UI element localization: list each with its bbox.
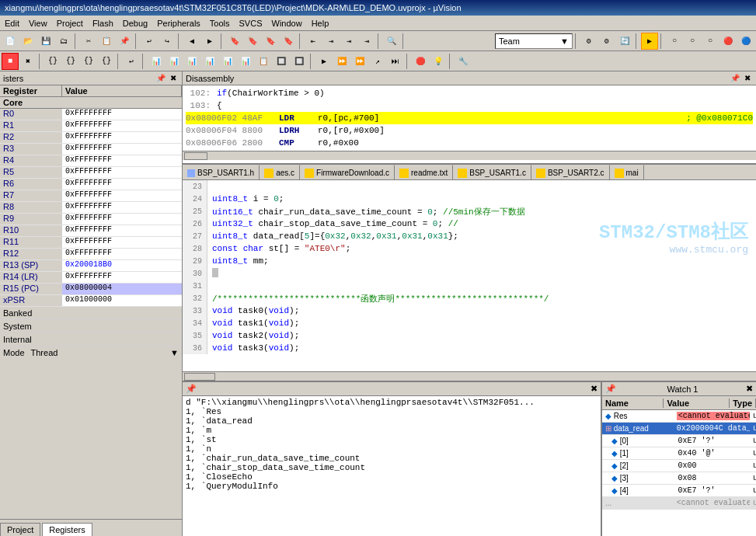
reg-row-r2[interactable]: R20xFFFFFFFF (0, 132, 182, 144)
tb-build2[interactable]: ⚙ (598, 33, 615, 50)
tb2-d8[interactable]: 🔲 (273, 53, 290, 70)
tb-misc5[interactable]: 🔵 (737, 33, 754, 50)
reg-row-xpsr[interactable]: xPSR0x01000000 (0, 295, 182, 307)
tb-new[interactable]: 📄 (2, 33, 19, 50)
tb-back[interactable]: ◀ (183, 33, 200, 50)
tb2-d3[interactable]: 📊 (183, 53, 200, 70)
menu-edit[interactable]: Edit (0, 17, 24, 30)
disasm-close[interactable]: ✖ (742, 73, 753, 84)
tb2-step5[interactable]: ⏭ (387, 53, 404, 70)
tb-undo[interactable]: ↩ (141, 33, 158, 50)
tab-aes-c[interactable]: aes.c (260, 165, 300, 180)
tb2-b3[interactable]: {} (80, 53, 97, 70)
tb-bookmark2[interactable]: 🔖 (244, 33, 261, 50)
reg-row-r9[interactable]: R90xFFFFFFFF (0, 214, 182, 225)
tb2-step4[interactable]: ↗ (369, 53, 386, 70)
tb2-d9[interactable]: 🔲 (291, 53, 308, 70)
tb-bookmark1[interactable]: 🔖 (226, 33, 243, 50)
watch-row-res[interactable]: ◆ Res <cannot evaluate> uchar (602, 410, 756, 423)
tb2-d4[interactable]: 📊 (201, 53, 218, 70)
menu-view[interactable]: View (24, 17, 52, 30)
tb-build1[interactable]: ⚙ (580, 33, 597, 50)
disasm-line-addr2[interactable]: 0x08006F04 8800 LDRH r0,[r0,#0x00] (186, 124, 753, 137)
menu-svcs[interactable]: SVCS (235, 17, 267, 30)
reg-panel-close[interactable]: ✖ (168, 73, 179, 84)
tb-open[interactable]: 📂 (19, 33, 37, 50)
tb2-step1[interactable]: ▶ (315, 53, 333, 70)
reg-row-r7[interactable]: R70xFFFFFFFF (0, 190, 182, 202)
tb-run[interactable]: ▶ (641, 33, 658, 50)
tb2-b2[interactable]: {} (62, 53, 79, 70)
tb-misc4[interactable]: 🔴 (719, 33, 737, 50)
reg-row-r5[interactable]: R50xFFFFFFFF (0, 167, 182, 179)
reg-row-r3[interactable]: R30xFFFFFFFF (0, 144, 182, 155)
reg-row-r6[interactable]: R60xFFFFFFFF (0, 179, 182, 190)
tb2-d2[interactable]: 📊 (165, 53, 183, 70)
tb2-dbg2[interactable]: 💡 (430, 53, 447, 70)
watch-row-idx4[interactable]: ◆ [4] 0xE7 '?' unsigned char (602, 485, 756, 497)
watch-close[interactable]: ✖ (746, 384, 753, 394)
editor-hscroll-thumb[interactable] (184, 373, 215, 381)
mode-dropdown[interactable]: ▼ (170, 348, 179, 357)
tb-indent2[interactable]: ⇥ (322, 33, 340, 50)
reg-row-r12[interactable]: R120xFFFFFFFF (0, 249, 182, 260)
tb2-d6[interactable]: 📊 (237, 53, 254, 70)
watch-row-data-read[interactable]: ⊞ data_read 0x2000004C data_read... unsi… (602, 423, 756, 435)
tab-registers[interactable]: Registers (42, 523, 92, 536)
tb2-dbg1[interactable]: 🛑 (412, 53, 429, 70)
tab-project[interactable]: Project (0, 523, 40, 536)
disasm-line-addr1[interactable]: 0x08006F02 48AF LDR r0,[pc,#700] ; @0x08… (186, 112, 753, 124)
command-panel-close[interactable]: ✖ (591, 384, 597, 394)
tb-bookmark4[interactable]: 🔖 (280, 33, 297, 50)
disasm-pin[interactable]: 📌 (730, 73, 740, 84)
tb2-step3[interactable]: ⏩ (351, 53, 368, 70)
tab-bsp-usart1-c[interactable]: BSP_USART1.c (453, 165, 531, 180)
tb2-d5[interactable]: 📊 (219, 53, 236, 70)
menu-project[interactable]: Project (52, 17, 88, 30)
tb-cut[interactable]: ✂ (80, 33, 97, 50)
watch-row-idx0[interactable]: ◆ [0] 0xE7 '?' unsigned char (602, 435, 756, 447)
tb2-wrench[interactable]: 🔧 (455, 53, 472, 70)
tb-bookmark3[interactable]: 🔖 (262, 33, 279, 50)
watch-row-idx2[interactable]: ◆ [2] 0x00 unsigned char (602, 460, 756, 472)
tb-find[interactable]: 🔍 (383, 33, 400, 50)
tb-indent1[interactable]: ⇤ (305, 33, 322, 50)
tb-indent3[interactable]: ⇥ (340, 33, 357, 50)
menu-tools[interactable]: Tools (205, 17, 235, 30)
reg-row-r15[interactable]: R15 (PC)0x08000004 (0, 284, 182, 295)
tb-copy[interactable]: 📋 (98, 33, 115, 50)
tb-build3[interactable]: 🔄 (616, 33, 633, 50)
tb2-d7[interactable]: 📋 (255, 53, 272, 70)
disasm-hscroll[interactable] (183, 151, 756, 160)
tab-bsp-usart1-h[interactable]: BSP_USART1.h (183, 165, 260, 180)
tb-paste[interactable]: 📌 (116, 33, 133, 50)
tb2-step2[interactable]: ⏩ (333, 53, 350, 70)
tb-save[interactable]: 💾 (37, 33, 54, 50)
tab-mai[interactable]: mai (610, 165, 644, 180)
menu-flash[interactable]: Flash (88, 17, 118, 30)
code-editor[interactable]: STM32/STM8社区 www.stmcu.org 23 24 uint8_t… (183, 180, 756, 371)
tb2-b1[interactable]: {} (44, 53, 61, 70)
hscroll-thumb[interactable] (184, 152, 207, 160)
menu-window[interactable]: Window (267, 17, 307, 30)
disasm-line-addr3[interactable]: 0x08006F06 2800 CMP r0,#0x00 (186, 137, 753, 149)
tb-misc2[interactable]: ○ (684, 33, 701, 50)
reg-row-r10[interactable]: R100xFFFFFFFF (0, 225, 182, 237)
tb2-close[interactable]: ✖ (19, 53, 37, 70)
tb-saveall[interactable]: 🗂 (55, 33, 72, 50)
tb-fwd[interactable]: ▶ (201, 33, 218, 50)
reg-row-r14[interactable]: R14 (LR)0xFFFFFFFF (0, 272, 182, 284)
tb2-b4[interactable]: {} (98, 53, 115, 70)
reg-row-r11[interactable]: R110xFFFFFFFF (0, 237, 182, 249)
tb-misc1[interactable]: ○ (666, 33, 683, 50)
tb2-d1[interactable]: 📊 (148, 53, 165, 70)
tab-firmware[interactable]: FirmwareDownload.c (300, 165, 395, 180)
tb2-stop[interactable]: ■ (2, 53, 19, 70)
menu-help[interactable]: Help (307, 17, 334, 30)
reg-row-r0[interactable]: R00xFFFFFFFF (0, 109, 182, 120)
menu-debug[interactable]: Debug (118, 17, 152, 30)
editor-hscroll[interactable] (183, 371, 756, 381)
tb-redo[interactable]: ↪ (159, 33, 176, 50)
reg-row-r4[interactable]: R40xFFFFFFFF (0, 155, 182, 167)
menu-peripherals[interactable]: Peripherals (152, 17, 205, 30)
